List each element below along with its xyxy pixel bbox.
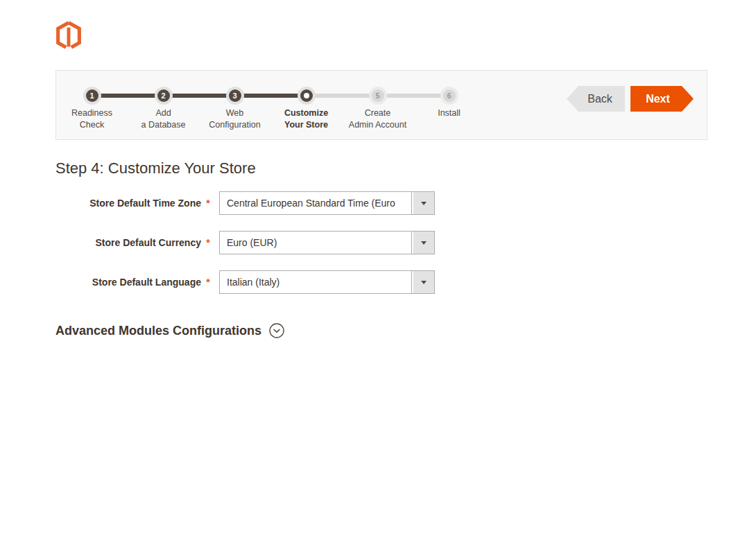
language-select[interactable]: Italian (Italy) (219, 270, 435, 294)
step-dot: 5 (372, 89, 384, 102)
wizard-nav-buttons: Back Next (567, 86, 694, 112)
required-asterisk: * (205, 198, 211, 209)
step-dot: 2 (157, 89, 170, 102)
currency-select[interactable]: Euro (EUR) (219, 231, 435, 254)
step-label: Install (438, 107, 461, 119)
stepper-step-add-database: 2 Add a Database (128, 89, 199, 130)
stepper-step-readiness-check: 1 Readiness Check (56, 89, 128, 130)
advanced-modules-title: Advanced Modules Configurations (55, 324, 261, 338)
step-label: Add a Database (141, 107, 186, 130)
language-select-value: Italian (Italy) (220, 271, 412, 293)
field-row-currency: Store Default Currency * Euro (EUR) (55, 231, 707, 254)
required-asterisk: * (205, 277, 211, 288)
currency-select-value: Euro (EUR) (220, 232, 412, 254)
timezone-label: Store Default Time Zone (55, 198, 201, 209)
step-label: Customize Your Store (284, 107, 328, 130)
stepper-step-install: 6 Install (413, 89, 485, 130)
stepper-step-web-configuration: 3 Web Configuration (199, 89, 270, 130)
step-label: Create Admin Account (349, 107, 406, 130)
chevron-down-circle-icon[interactable] (269, 323, 284, 338)
step-dot: 3 (229, 89, 241, 102)
customize-store-form: Store Default Time Zone * Central Europe… (55, 191, 707, 294)
language-select-button[interactable] (412, 271, 434, 293)
step-dot-current: 4 (300, 89, 313, 102)
required-asterisk: * (205, 237, 211, 248)
progress-panel: 1 Readiness Check 2 Add a Database 3 Web… (55, 70, 707, 140)
field-row-timezone: Store Default Time Zone * Central Europe… (55, 191, 707, 215)
advanced-modules-section: Advanced Modules Configurations (55, 323, 707, 338)
timezone-select-button[interactable] (412, 192, 434, 214)
step-label: Readiness Check (71, 107, 112, 130)
dropdown-arrow-icon (421, 241, 427, 245)
back-button[interactable]: Back (567, 86, 625, 112)
next-button[interactable]: Next (630, 86, 694, 112)
step-dot: 1 (86, 89, 98, 102)
stepper-step-customize-your-store: 4 Customize Your Store (270, 89, 342, 130)
dropdown-arrow-icon (421, 281, 427, 284)
language-label: Store Default Language (55, 277, 201, 288)
step-dot: 6 (443, 89, 456, 102)
magento-logo (55, 21, 82, 51)
currency-select-button[interactable] (412, 232, 434, 254)
step-label: Web Configuration (209, 107, 260, 130)
setup-wizard-page: 1 Readiness Check 2 Add a Database 3 Web… (55, 21, 707, 338)
currency-label: Store Default Currency (55, 237, 201, 248)
stepper-step-create-admin-account: 5 Create Admin Account (342, 89, 413, 130)
dropdown-arrow-icon (421, 202, 427, 205)
timezone-select-value: Central European Standard Time (Euro (220, 192, 412, 214)
page-title: Step 4: Customize Your Store (55, 159, 707, 178)
timezone-select[interactable]: Central European Standard Time (Euro (219, 191, 435, 215)
magento-logo-icon (55, 21, 82, 51)
field-row-language: Store Default Language * Italian (Italy) (55, 270, 707, 294)
stepper: 1 Readiness Check 2 Add a Database 3 Web… (56, 89, 485, 130)
